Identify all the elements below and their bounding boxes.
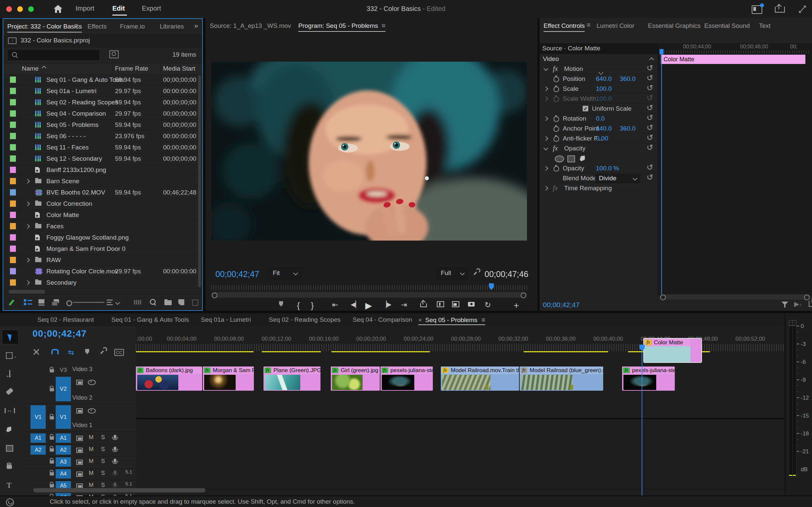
ec-param-position[interactable]: Position640.0360.0↺ [540,74,658,84]
sequence-tab-3[interactable]: Seq 02 - Reading Scopes [269,313,341,326]
close-tab-icon[interactable]: × [418,317,422,324]
play-icon[interactable]: ▶ [365,300,374,309]
export-frame-icon[interactable] [468,300,477,309]
filter-properties-icon[interactable] [781,301,788,307]
solo-button[interactable]: S [101,434,105,441]
ec-param-opacity[interactable]: Opacity100.0 %↺ [540,163,658,173]
item-name[interactable]: Seq 01 - Gang & Auto Tools [46,76,124,83]
blend-mode-dropdown[interactable]: Divide [595,174,640,183]
label-color-chip[interactable] [10,133,16,139]
share-icon[interactable] [775,5,783,13]
param-value[interactable]: 360.0 [620,125,636,132]
timeline-clip[interactable]: fxPlane (Green).JPG [264,367,321,391]
expand-chevron-icon[interactable] [25,179,30,183]
track-lock-icon[interactable] [50,388,54,391]
extract-icon[interactable] [452,300,461,309]
item-name[interactable]: Foggy Glasgow Scotland.png [46,234,128,241]
freeform-view-icon[interactable] [52,298,62,306]
program-ruler[interactable] [211,285,527,290]
tab-text[interactable]: Text [759,18,770,33]
timeline-clip[interactable]: fxMorgan & Sam Front D [203,367,254,391]
label-color-chip[interactable] [10,189,16,195]
lift-icon[interactable] [437,300,445,309]
sync-lock-icon[interactable] [76,448,83,453]
label-color-chip[interactable] [10,88,16,94]
label-color-chip[interactable] [10,76,16,83]
uniform-scale-checkbox[interactable]: ✓ [583,106,588,111]
table-row[interactable]: Morgan & Sam Front Door 0 [3,243,202,255]
track-name[interactable]: Video 1 [72,422,93,429]
fullscreen-icon[interactable]: ↗ ↙ [798,5,807,13]
param-value[interactable]: 100.0 [596,85,612,93]
ec-param-blend-mode[interactable]: Blend ModeDivide↺ [540,173,658,183]
track-select-tool[interactable]: → [5,351,19,362]
timeline-clip[interactable]: fxModel Railroad.mov.Train thru fra [441,367,519,391]
voiceover-record-mic-icon[interactable] [114,459,116,463]
table-row[interactable]: Faces [3,221,202,232]
stopwatch-icon[interactable] [553,97,559,102]
label-color-chip[interactable] [10,279,16,286]
table-row[interactable]: Barn Scene [3,176,202,187]
item-name[interactable]: Faces [46,223,64,230]
reset-param-icon[interactable]: ↺ [647,74,653,82]
track-lock-icon[interactable] [50,416,54,419]
linked-selection-icon[interactable]: ⇆ [68,348,76,357]
reset-param-icon[interactable]: ↺ [647,114,653,122]
ec-panel-menu-icon[interactable]: ≡ [587,21,591,29]
export-icon[interactable] [420,300,429,309]
timeline-settings-icon[interactable] [99,348,108,357]
sync-lock-icon[interactable] [76,471,83,477]
reset-param-icon[interactable]: ↺ [647,163,653,171]
ec-param-rotation[interactable]: Rotation0.0↺ [540,114,658,124]
item-name[interactable]: Seq 11 - Faces [46,144,89,151]
item-name[interactable]: Barn Scene [46,178,79,185]
new-item-icon[interactable] [178,298,188,306]
ec-export-icon[interactable] [809,301,812,307]
list-view-icon[interactable] [24,298,34,306]
sequence-nest-icon[interactable] [33,348,42,357]
ec-param-shapes[interactable] [540,154,658,163]
up-one-level-icon[interactable]: ↑ [8,38,16,44]
stopwatch-icon[interactable] [553,76,559,82]
source-patch-V1[interactable]: V1 [31,405,46,429]
creative-cloud-icon[interactable] [6,498,14,506]
play-audio-icon[interactable]: ▶♪ [794,300,801,308]
param-value[interactable]: 0.00 [596,135,608,142]
timeline-clip[interactable]: fxpexels-juliana-stein- [622,367,675,391]
ec-param-anti-flicker-f-[interactable]: Anti-flicker F...0.00↺ [540,133,658,144]
slip-tool[interactable]: ↔ [5,407,19,418]
solo-button[interactable]: S [101,446,105,453]
loop-icon[interactable]: ↻ [485,300,493,309]
expand-chevron-icon[interactable] [25,224,30,229]
stopwatch-icon[interactable] [553,166,559,172]
table-row[interactable]: Color Correction [3,198,202,210]
razor-tool[interactable] [5,388,19,399]
track-name[interactable]: Video 3 [72,366,93,373]
project-hscrollbar[interactable] [9,290,45,294]
track-lock-icon[interactable] [50,472,54,475]
timeline-clip[interactable]: fxModel Railroad (blue_green).mov [520,367,603,391]
add-marker-icon[interactable] [279,300,288,309]
reset-param-icon[interactable]: ↺ [647,124,653,131]
voiceover-record-mic-icon[interactable] [114,483,116,487]
label-color-chip[interactable] [10,110,16,117]
tab-frame-io[interactable]: Frame.io [120,19,145,34]
tab-source-monitor[interactable]: Source: 1_A_ep13 _WS.mov [210,18,291,33]
tab-essential-graphics[interactable]: Essential Graphics [648,18,700,33]
label-color-chip[interactable] [10,245,16,252]
ellipse-mask-icon[interactable] [555,155,564,162]
tab-program-monitor[interactable]: Program: Seq 05 - Problems ≡ [298,18,385,33]
sequence-tab-2[interactable]: Seq 01a - Lumetri [201,313,251,326]
item-name[interactable]: Rotating Color Circle.mov [46,268,118,275]
table-row[interactable]: Foggy Glasgow Scotland.png [3,232,202,243]
timeline-timecode[interactable]: 00;00;42;47 [33,328,87,339]
go-to-in-icon[interactable]: ⇤ [332,300,341,309]
edit-pencil-icon[interactable] [11,298,20,306]
icon-view-icon[interactable] [39,298,48,306]
track-lock-icon[interactable] [50,369,54,373]
search-input[interactable] [8,50,99,60]
ec-bottom-timecode[interactable]: 00;00;42;47 [543,301,580,309]
tab-lumetri-color[interactable]: Lumetri Color [597,18,634,33]
project-panel-menu-icon[interactable]: ≡ [74,22,78,30]
ec-param-scale[interactable]: Scale100.0↺ [540,84,658,94]
